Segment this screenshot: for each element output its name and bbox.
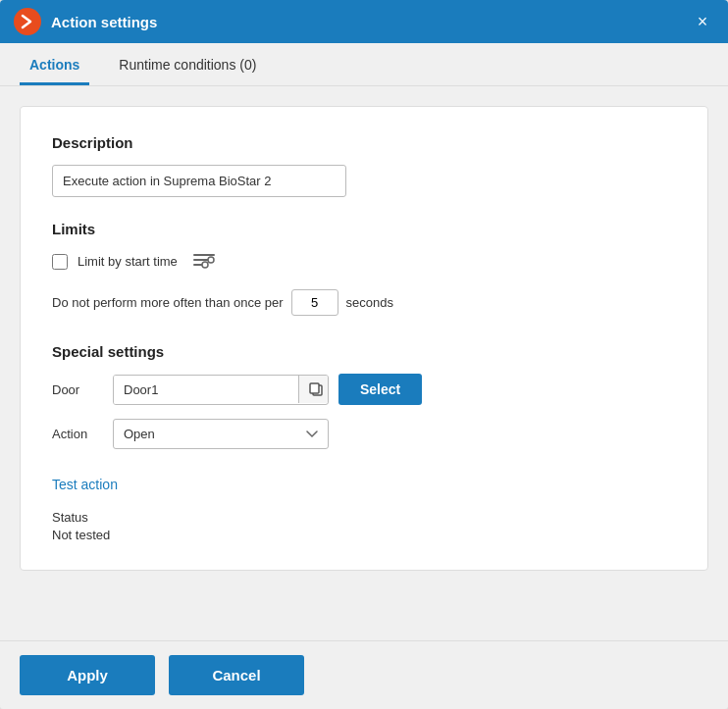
action-settings-dialog: Action settings × Actions Runtime condit…: [0, 0, 728, 709]
once-per-input[interactable]: [291, 289, 338, 316]
door-input[interactable]: [114, 376, 298, 404]
status-value: Not tested: [52, 528, 676, 542]
special-settings-section: Special settings Door Select: [52, 343, 676, 542]
apply-button[interactable]: Apply: [20, 655, 155, 695]
limits-title: Limits: [52, 221, 676, 237]
action-label: Action: [52, 427, 103, 441]
svg-point-4: [202, 262, 208, 268]
once-per-label: Do not perform more often than once per: [52, 295, 284, 310]
action-field-row: Action Open Close Lock Unlock: [52, 419, 676, 449]
door-label: Door: [52, 382, 103, 397]
content-area: Description Limits Limit by start time: [0, 86, 728, 640]
footer: Apply Cancel: [0, 640, 728, 709]
cancel-button[interactable]: Cancel: [169, 655, 304, 695]
svg-rect-6: [310, 383, 319, 393]
limits-section: Limits Limit by start time: [52, 221, 676, 316]
copy-icon: [308, 381, 324, 397]
description-title: Description: [52, 134, 676, 151]
status-section: Status Not tested: [52, 510, 676, 542]
svg-point-3: [208, 257, 214, 263]
select-button[interactable]: Select: [338, 374, 422, 405]
status-label: Status: [52, 510, 676, 525]
limit-by-start-time-checkbox[interactable]: [52, 254, 68, 270]
filter-icon: [193, 251, 215, 272]
tab-runtime-conditions[interactable]: Runtime conditions (0): [109, 43, 266, 85]
description-input[interactable]: [52, 165, 346, 197]
once-per-suffix: seconds: [346, 295, 393, 310]
action-select[interactable]: Open Close Lock Unlock: [113, 419, 329, 449]
titlebar: Action settings ×: [0, 0, 728, 43]
test-action-link[interactable]: Test action: [52, 477, 118, 492]
description-section: Description: [52, 134, 676, 197]
settings-card: Description Limits Limit by start time: [20, 106, 708, 571]
once-per-row: Do not perform more often than once per …: [52, 289, 676, 316]
app-logo: [14, 8, 41, 35]
special-settings-title: Special settings: [52, 343, 676, 360]
dialog-title: Action settings: [51, 14, 691, 30]
copy-door-button[interactable]: [298, 376, 329, 403]
limit-by-start-time-row: Limit by start time: [52, 251, 676, 272]
limit-by-start-time-label: Limit by start time: [78, 254, 178, 269]
door-field-row: Door Select: [52, 374, 676, 405]
tabs-bar: Actions Runtime conditions (0): [0, 43, 728, 86]
door-input-wrapper: [113, 375, 329, 405]
tab-actions[interactable]: Actions: [20, 43, 89, 85]
close-button[interactable]: ×: [691, 10, 714, 33]
